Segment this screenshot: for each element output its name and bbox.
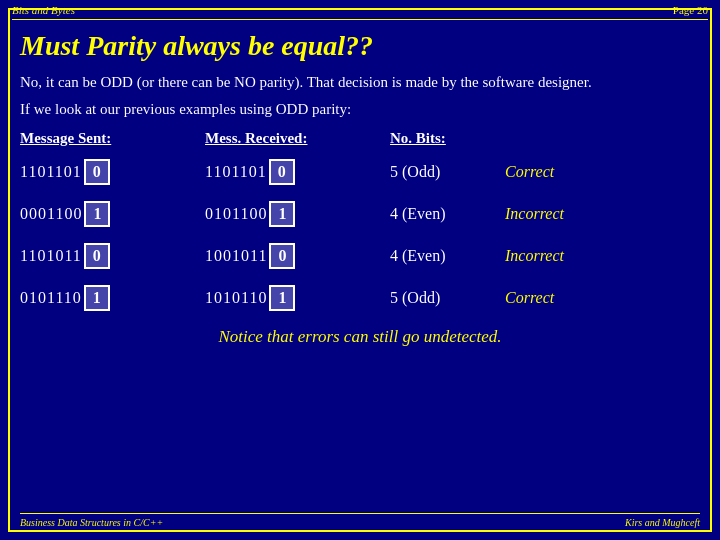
header-page: Page 20 <box>673 4 708 16</box>
header-bar: Bits and Bytes Page 20 <box>0 0 720 20</box>
footer-bar: Business Data Structures in C/C++ Kirs a… <box>20 517 700 528</box>
footer-left: Business Data Structures in C/C++ <box>20 517 163 528</box>
header-title: Bits and Bytes <box>12 4 75 16</box>
outer-border <box>8 8 712 532</box>
footer-right: Kirs and Mughceft <box>625 517 700 528</box>
